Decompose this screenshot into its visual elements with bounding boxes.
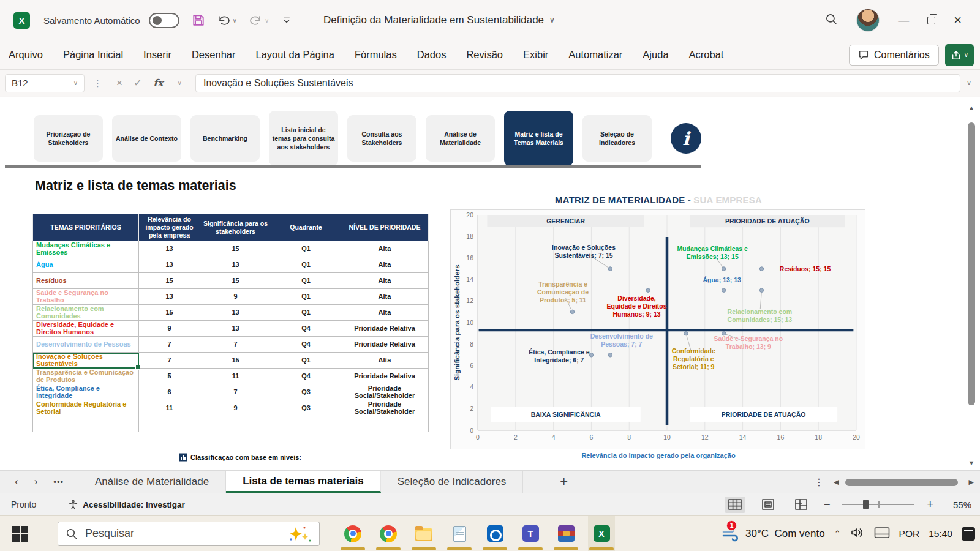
quadrante-cell[interactable]: Q4 <box>271 321 341 337</box>
tema-cell[interactable]: Desenvolvimento de Pessoas <box>33 337 139 353</box>
significancia-cell[interactable]: 15 <box>200 353 271 369</box>
quadrante-cell[interactable]: Q1 <box>271 305 341 321</box>
page-layout-view-button[interactable] <box>758 497 778 513</box>
redo-chevron-icon[interactable]: ∨ <box>265 17 269 24</box>
taskbar-app-chrome[interactable] <box>339 516 366 551</box>
relevancia-cell[interactable]: 11 <box>139 400 200 416</box>
save-button[interactable] <box>192 13 205 27</box>
prev-sheet-icon[interactable]: ‹ <box>15 476 18 488</box>
quadrante-cell[interactable] <box>271 416 341 432</box>
tema-cell[interactable] <box>33 416 139 432</box>
restore-button[interactable] <box>927 17 935 24</box>
notification-center-icon[interactable] <box>962 527 975 541</box>
nivel-cell[interactable]: Alta <box>341 273 429 289</box>
excel-app-icon[interactable]: X <box>13 12 30 29</box>
cancel-entry-icon[interactable]: × <box>116 77 123 89</box>
ribbon-tab-revisão[interactable]: Revisão <box>466 49 503 61</box>
taskbar-app-file-explorer[interactable] <box>410 516 437 551</box>
ribbon-tab-ajuda[interactable]: Ajuda <box>643 49 668 61</box>
workbook-nav-button-6[interactable]: Análise de Materialidade <box>426 115 495 162</box>
relevancia-cell[interactable]: 13 <box>139 257 200 273</box>
quadrante-cell[interactable]: Q1 <box>271 289 341 305</box>
share-button[interactable]: ∨ <box>945 44 974 66</box>
ribbon-tab-acrobat[interactable]: Acrobat <box>689 49 724 61</box>
horizontal-scroll-thumb[interactable] <box>845 479 958 486</box>
comments-button[interactable]: Comentários <box>849 45 939 66</box>
info-icon[interactable]: i <box>671 123 701 154</box>
ribbon-tab-desenhar[interactable]: Desenhar <box>192 49 236 61</box>
nivel-cell[interactable]: Prioridade Relativa <box>341 321 429 337</box>
ribbon-tab-arquivo[interactable]: Arquivo <box>9 49 43 61</box>
selected-cell[interactable]: Inovação e Soluções Sustentáveis <box>33 353 139 369</box>
workbook-nav-button-1[interactable]: Priorização de Stakeholders <box>34 115 103 162</box>
relevancia-cell[interactable]: 9 <box>139 321 200 337</box>
zoom-in-button[interactable]: + <box>927 498 933 511</box>
quadrante-cell[interactable]: Q4 <box>271 369 341 384</box>
zoom-level[interactable]: 55% <box>946 500 971 510</box>
relevancia-cell[interactable]: 5 <box>139 369 200 384</box>
quadrante-cell[interactable]: Q4 <box>271 337 341 353</box>
nivel-cell[interactable]: Alta <box>341 353 429 369</box>
sheet-tab-lista-de-temas-materiais[interactable]: Lista de temas materiais <box>226 471 380 493</box>
nivel-cell[interactable]: Prioridade Relativa <box>341 369 429 384</box>
vertical-scrollbar[interactable]: ▲ ▼ <box>967 100 976 468</box>
quadrante-cell[interactable]: Q1 <box>271 353 341 369</box>
redo-button[interactable]: ∨ <box>249 14 269 27</box>
scroll-right-icon[interactable]: ▶ <box>969 478 974 486</box>
document-title[interactable]: Definição da Materialidade em Sustentabi… <box>323 0 555 40</box>
significancia-cell[interactable]: 15 <box>200 273 271 289</box>
ribbon-tab-inserir[interactable]: Inserir <box>143 49 172 61</box>
vertical-scroll-thumb[interactable] <box>968 122 975 405</box>
relevancia-cell[interactable]: 7 <box>139 353 200 369</box>
workbook-nav-button-5[interactable]: Consulta aos Stakeholders <box>347 115 417 162</box>
insert-function-icon[interactable]: fx <box>153 77 163 89</box>
workbook-nav-active-button-7[interactable]: Matriz e lista de Temas Materiais <box>504 111 573 166</box>
workbook-nav-button-4[interactable]: Lista inicial de temas para consulta aos… <box>269 111 338 166</box>
search-icon[interactable] <box>824 12 838 28</box>
quadrante-cell[interactable]: Q1 <box>271 257 341 273</box>
taskbar-search[interactable]: Pesquisar <box>58 522 320 546</box>
tema-cell[interactable]: Saúde e Segurança no Trabalho <box>33 289 139 305</box>
tema-cell[interactable]: Conformidade Regulatória e Setorial <box>33 400 139 416</box>
taskbar-app-outlook[interactable] <box>481 516 508 551</box>
nivel-cell[interactable]: Alta <box>341 257 429 273</box>
relevancia-cell[interactable]: 15 <box>139 305 200 321</box>
clock[interactable]: 15:40 <box>929 528 952 539</box>
confirm-entry-icon[interactable]: ✓ <box>134 77 142 89</box>
zoom-slider-thumb[interactable] <box>863 500 869 509</box>
zoom-out-button[interactable]: − <box>824 498 831 511</box>
name-box[interactable]: B12 ∨ <box>5 74 85 92</box>
sheet-tab-análise-de-materialidade[interactable]: Análise de Materialidade <box>78 471 226 493</box>
tray-overflow-icon[interactable]: ⌃ <box>834 529 841 538</box>
namebox-chevron-icon[interactable]: ∨ <box>74 80 78 86</box>
nivel-cell[interactable]: Alta <box>341 241 429 257</box>
taskbar-app-excel[interactable]: X <box>588 516 615 551</box>
relevancia-cell[interactable]: 6 <box>139 384 200 400</box>
relevancia-cell[interactable]: 13 <box>139 289 200 305</box>
taskbar-app-chrome-2[interactable] <box>375 516 402 551</box>
significancia-cell[interactable]: 15 <box>200 241 271 257</box>
significancia-cell[interactable]: 13 <box>200 321 271 337</box>
scroll-left-icon[interactable]: ◀ <box>834 478 839 486</box>
taskbar-app-notepad[interactable] <box>446 516 473 551</box>
significancia-cell[interactable]: 9 <box>200 289 271 305</box>
account-avatar[interactable] <box>856 9 880 32</box>
expand-formula-bar-icon[interactable]: ∨ <box>967 79 971 87</box>
start-button[interactable] <box>12 526 28 542</box>
significancia-cell[interactable]: 13 <box>200 305 271 321</box>
ribbon-tab-fórmulas[interactable]: Fórmulas <box>355 49 397 61</box>
quadrante-cell[interactable]: Q1 <box>271 241 341 257</box>
significancia-cell[interactable]: 11 <box>200 369 271 384</box>
relevancia-cell[interactable]: 13 <box>139 241 200 257</box>
quick-access-toolbar-button[interactable] <box>281 15 292 26</box>
significancia-cell[interactable]: 9 <box>200 400 271 416</box>
workbook-nav-button-8[interactable]: Seleção de Indicadores <box>582 115 652 162</box>
quadrante-cell[interactable]: Q3 <box>271 384 341 400</box>
tema-cell[interactable]: Mudanças Climáticas e Emissões <box>33 241 139 257</box>
significancia-cell[interactable]: 7 <box>200 337 271 353</box>
all-sheets-icon[interactable]: ••• <box>53 478 64 487</box>
tema-cell[interactable]: Água <box>33 257 139 273</box>
relevancia-cell[interactable]: 7 <box>139 337 200 353</box>
tema-cell[interactable]: Transparência e Comunicação de Produtos <box>33 369 139 384</box>
workbook-nav-button-2[interactable]: Análise de Contexto <box>112 115 181 162</box>
